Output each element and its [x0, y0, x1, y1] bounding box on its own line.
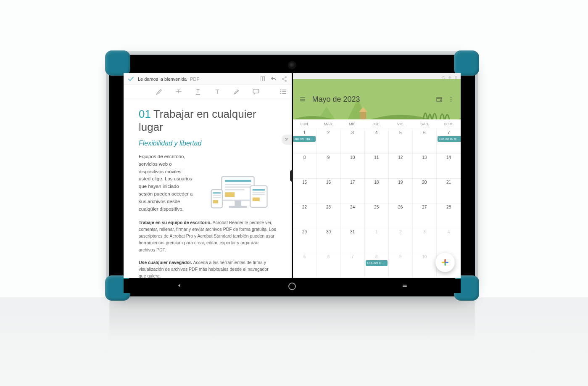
calendar-day[interactable]: 9 — [317, 154, 341, 178]
pdf-app: Le damos la bienvenida PDF T T T — [124, 73, 292, 278]
calendar-day[interactable]: 31 — [341, 228, 365, 253]
day-number: 9 — [327, 155, 330, 160]
calendar-day[interactable]: 30 — [317, 228, 341, 253]
bookmark-icon[interactable] — [259, 75, 266, 83]
calendar-day[interactable]: 18 — [365, 179, 389, 203]
dow-label: MIÉ. — [341, 122, 365, 126]
calendar-day[interactable]: 22 — [293, 204, 317, 228]
pdf-content[interactable]: 2 01Trabajar en cualquier lugar Flexibil… — [124, 98, 292, 278]
comment-icon[interactable] — [252, 87, 260, 96]
calendar-day[interactable]: 10 — [341, 154, 365, 178]
svg-point-12 — [280, 91, 281, 92]
calendar-day[interactable]: 20 — [413, 179, 437, 203]
calendar-day[interactable]: 9 — [389, 253, 413, 278]
doc-paragraph: Trabaje en su equipo de escritorio. Acro… — [139, 219, 277, 253]
svg-text:T: T — [196, 88, 200, 94]
dow-label: JUE. — [365, 122, 389, 126]
list-icon[interactable] — [279, 87, 287, 96]
calendar-day[interactable]: 7 — [341, 253, 365, 278]
calendar-day[interactable]: 10 — [413, 253, 437, 278]
undo-icon[interactable] — [270, 75, 277, 83]
calendar-day[interactable]: 25 — [365, 204, 389, 228]
calendar-day[interactable]: 5 — [293, 253, 317, 278]
calendar-day[interactable]: 8 — [293, 154, 317, 178]
calendar-day[interactable]: 26 — [389, 204, 413, 228]
svg-rect-0 — [261, 77, 262, 81]
draw-icon[interactable] — [232, 87, 241, 96]
nav-back-button[interactable] — [176, 282, 183, 291]
nav-home-button[interactable] — [288, 283, 296, 290]
status-bar — [293, 73, 461, 79]
calendar-app: Mayo de 2023 LUN.MAR.MIÉ.JUE.VIE.SÁB.DOM… — [293, 73, 461, 278]
calendar-week: 15161718192021 — [293, 179, 461, 204]
calendar-day[interactable]: 8Día del Corpus — [365, 253, 389, 278]
devices-illustration — [199, 153, 277, 213]
calendar-day[interactable]: 3 — [413, 228, 437, 253]
tablet-reflection — [109, 297, 475, 352]
doc-paragraph: Use cualquier navegador. Acceda a las he… — [139, 259, 277, 278]
svg-rect-28 — [253, 194, 265, 195]
calendar-day[interactable]: 13 — [413, 154, 437, 178]
svg-rect-26 — [253, 189, 265, 190]
month-title[interactable]: Mayo de 2023 — [312, 95, 360, 104]
svg-rect-22 — [225, 192, 235, 197]
calendar-day[interactable]: 19 — [389, 179, 413, 203]
calendar-day[interactable]: 24 — [341, 204, 365, 228]
pdf-toolbar: T T T — [124, 85, 292, 98]
calendar-event[interactable]: Día del Trabajo — [293, 136, 316, 142]
text-icon[interactable]: T — [213, 87, 221, 96]
day-number: 17 — [350, 180, 355, 185]
nav-recents-button[interactable] — [401, 282, 408, 291]
calendar-event[interactable]: Día del Corpus — [366, 260, 388, 266]
svg-rect-55 — [403, 285, 406, 286]
calendar-day[interactable]: 4 — [365, 129, 389, 153]
heading-text: Trabajar en cualquier lugar — [139, 108, 256, 133]
calendar-day[interactable]: 1 — [365, 228, 389, 253]
more-icon[interactable] — [447, 95, 455, 103]
calendar-day[interactable]: 5 — [389, 129, 413, 153]
today-icon[interactable] — [435, 95, 443, 103]
calendar-day[interactable]: 17 — [341, 179, 365, 203]
calendar-day[interactable]: 14 — [437, 154, 461, 178]
day-number: 24 — [350, 205, 355, 209]
battery-icon — [454, 74, 458, 78]
svg-rect-29 — [253, 197, 260, 201]
calendar-day[interactable]: 29 — [293, 228, 317, 253]
underline-icon[interactable]: T — [194, 87, 202, 96]
svg-point-3 — [285, 77, 286, 78]
doc-heading: 01Trabajar en cualquier lugar — [139, 108, 277, 134]
svg-rect-32 — [213, 195, 221, 196]
day-number: 13 — [422, 155, 427, 160]
calendar-day[interactable]: 7Día de la Madre — [437, 129, 461, 153]
menu-icon[interactable] — [299, 95, 306, 103]
svg-rect-33 — [213, 197, 221, 198]
calendar-day[interactable]: 16 — [317, 179, 341, 203]
highlight-icon[interactable] — [155, 87, 163, 96]
svg-point-49 — [451, 99, 452, 100]
calendar-day[interactable]: 6 — [413, 129, 437, 153]
front-camera — [289, 62, 295, 68]
pdf-file-type: PDF — [190, 77, 199, 82]
svg-rect-36 — [456, 76, 456, 77]
wifi-icon — [448, 74, 452, 78]
calendar-day[interactable]: 2 — [389, 228, 413, 253]
calendar-day[interactable]: 27 — [413, 204, 437, 228]
calendar-day[interactable]: 28 — [437, 204, 461, 228]
calendar-day[interactable]: 2 — [317, 129, 341, 153]
calendar-day[interactable]: 23 — [317, 204, 341, 228]
check-icon[interactable] — [127, 75, 134, 83]
calendar-day[interactable]: 3 — [341, 129, 365, 153]
calendar-event[interactable]: Día de la Madre — [438, 136, 461, 142]
svg-rect-19 — [225, 184, 251, 185]
calendar-day[interactable]: 21 — [437, 179, 461, 203]
calendar-day[interactable]: 12 — [389, 154, 413, 178]
day-number: 16 — [326, 180, 331, 185]
calendar-day[interactable]: 4 — [437, 228, 461, 253]
strikethrough-icon[interactable]: T — [174, 87, 183, 96]
add-event-button[interactable] — [435, 253, 455, 272]
share-icon[interactable] — [281, 75, 288, 83]
calendar-day[interactable]: 11 — [365, 154, 389, 178]
calendar-day[interactable]: 1Día del Trabajo — [293, 129, 317, 153]
calendar-day[interactable]: 6 — [317, 253, 341, 278]
calendar-day[interactable]: 15 — [293, 179, 317, 203]
